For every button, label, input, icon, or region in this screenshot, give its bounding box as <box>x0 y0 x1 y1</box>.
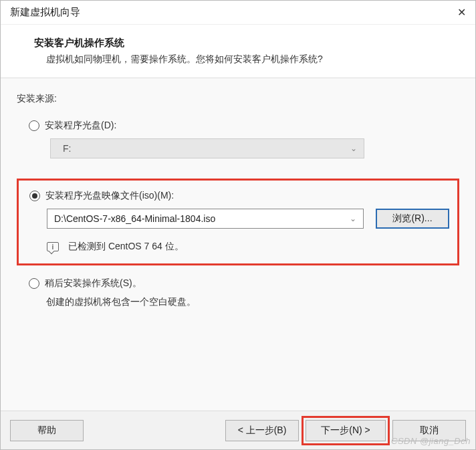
help-button[interactable]: 帮助 <box>10 420 84 441</box>
header-title: 安装客户机操作系统 <box>34 37 449 49</box>
wizard-footer: 帮助 < 上一步(B) 下一步(N) > 取消 <box>1 411 475 449</box>
info-icon: i <box>47 242 59 251</box>
wizard-window: 新建虚拟机向导 ✕ 安装客户机操作系统 虚拟机如同物理机，需要操作系统。您将如何… <box>0 0 476 450</box>
drive-value: F: <box>63 143 71 154</box>
option-installer-disc: 安装程序光盘(D): F: ⌄ <box>17 120 459 158</box>
next-button[interactable]: 下一步(N) > <box>306 420 386 441</box>
radio-icon <box>29 191 40 201</box>
back-button[interactable]: < 上一步(B) <box>225 420 299 441</box>
wizard-content: 安装来源: 安装程序光盘(D): F: ⌄ 安装程序光盘映像文件(iso)(M)… <box>1 78 475 411</box>
chevron-down-icon: ⌄ <box>350 144 357 153</box>
iso-path-row: D:\CentOS-7-x86_64-Minimal-1804.iso ⌄ 浏览… <box>27 209 449 229</box>
browse-button[interactable]: 浏览(R)... <box>376 209 449 229</box>
chevron-down-icon: ⌄ <box>350 214 356 223</box>
drive-select[interactable]: F: ⌄ <box>50 138 364 158</box>
header-description: 虚拟机如同物理机，需要操作系统。您将如何安装客户机操作系统? <box>34 53 449 66</box>
radio-iso-file[interactable]: 安装程序光盘映像文件(iso)(M): <box>27 190 449 202</box>
titlebar: 新建虚拟机向导 ✕ <box>1 1 475 25</box>
radio-icon <box>29 120 39 131</box>
radio-icon <box>29 278 39 289</box>
window-title: 新建虚拟机向导 <box>10 6 80 19</box>
option-install-later: 稍后安装操作系统(S)。 创建的虚拟机将包含一个空白硬盘。 <box>17 277 459 308</box>
radio-installer-disc[interactable]: 安装程序光盘(D): <box>17 120 459 132</box>
radio-install-later[interactable]: 稍后安装操作系统(S)。 <box>17 277 459 290</box>
cancel-button[interactable]: 取消 <box>392 420 466 441</box>
install-later-description: 创建的虚拟机将包含一个空白硬盘。 <box>17 296 459 308</box>
radio-label-disc: 安装程序光盘(D): <box>45 120 116 132</box>
iso-path-select[interactable]: D:\CentOS-7-x86_64-Minimal-1804.iso ⌄ <box>47 209 364 229</box>
iso-detect-row: i 已检测到 CentOS 7 64 位。 <box>27 241 449 253</box>
option-iso-highlight: 安装程序光盘映像文件(iso)(M): D:\CentOS-7-x86_64-M… <box>17 179 459 265</box>
next-button-highlight: 下一步(N) > <box>302 416 390 445</box>
install-source-label: 安装来源: <box>17 93 459 105</box>
radio-label-iso: 安装程序光盘映像文件(iso)(M): <box>45 190 174 202</box>
radio-label-later: 稍后安装操作系统(S)。 <box>45 277 142 290</box>
close-icon[interactable]: ✕ <box>455 7 467 19</box>
iso-path-value: D:\CentOS-7-x86_64-Minimal-1804.iso <box>54 213 215 224</box>
wizard-header: 安装客户机操作系统 虚拟机如同物理机，需要操作系统。您将如何安装客户机操作系统? <box>1 25 475 78</box>
detect-text: 已检测到 CentOS 7 64 位。 <box>68 241 184 253</box>
